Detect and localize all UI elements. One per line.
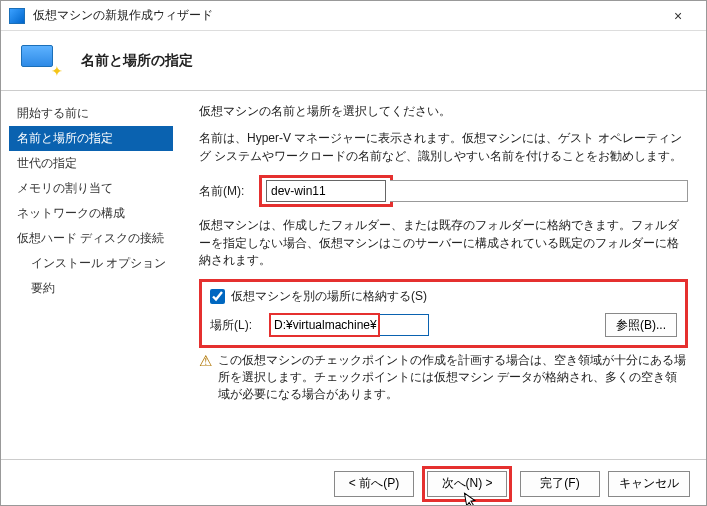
wizard-steps: 開始する前に 名前と場所の指定 世代の指定 メモリの割り当て ネットワークの構成…	[1, 91, 181, 459]
step-network[interactable]: ネットワークの構成	[17, 201, 181, 226]
finish-button[interactable]: 完了(F)	[520, 471, 600, 497]
wizard-body: 開始する前に 名前と場所の指定 世代の指定 メモリの割り当て ネットワークの構成…	[1, 91, 706, 459]
cancel-button[interactable]: キャンセル	[608, 471, 690, 497]
prev-button[interactable]: < 前へ(P)	[334, 471, 414, 497]
store-elsewhere-row: 仮想マシンを別の場所に格納する(S)	[210, 288, 677, 305]
step-summary[interactable]: 要約	[17, 276, 181, 301]
warning-icon	[199, 352, 212, 370]
app-icon	[9, 8, 25, 24]
browse-button[interactable]: 参照(B)...	[605, 313, 677, 337]
highlight-red-name	[259, 175, 393, 207]
titlebar: 仮想マシンの新規作成ウィザード ×	[1, 1, 706, 31]
step-generation[interactable]: 世代の指定	[17, 151, 181, 176]
name-input[interactable]	[266, 180, 386, 202]
wizard-icon: ✦	[21, 45, 61, 77]
name-input-ext[interactable]	[390, 180, 688, 202]
step-install-options[interactable]: インストール オプション	[17, 251, 181, 276]
location-input-wrap: D:¥virtualmachine¥	[269, 314, 601, 336]
intro-text-2: 名前は、Hyper-V マネージャーに表示されます。仮想マシンには、ゲスト オペ…	[199, 130, 688, 165]
step-vhd[interactable]: 仮想ハード ディスクの接続	[17, 226, 181, 251]
location-label: 場所(L):	[210, 317, 265, 334]
name-field-row: 名前(M):	[199, 175, 688, 207]
step-name-location[interactable]: 名前と場所の指定	[9, 126, 173, 151]
store-elsewhere-checkbox[interactable]	[210, 289, 225, 304]
next-button[interactable]: 次へ(N) >	[427, 471, 507, 497]
close-button[interactable]: ×	[658, 2, 698, 30]
intro-text-1: 仮想マシンの名前と場所を選択してください。	[199, 103, 688, 120]
highlight-red-next: 次へ(N) >	[422, 466, 512, 502]
warning-text: この仮想マシンのチェックポイントの作成を計画する場合は、空き領域が十分にある場所…	[218, 352, 688, 403]
highlight-red-location-section: 仮想マシンを別の場所に格納する(S) 場所(L): D:¥virtualmach…	[199, 279, 688, 348]
location-input[interactable]	[269, 314, 429, 336]
wizard-header: ✦ 名前と場所の指定	[1, 31, 706, 91]
store-elsewhere-label: 仮想マシンを別の場所に格納する(S)	[231, 288, 427, 305]
step-before-begin[interactable]: 開始する前に	[17, 101, 181, 126]
location-desc-text: 仮想マシンは、作成したフォルダー、または既存のフォルダーに格納できます。フォルダ…	[199, 217, 688, 269]
warning-row: この仮想マシンのチェックポイントの作成を計画する場合は、空き領域が十分にある場所…	[199, 352, 688, 403]
wizard-footer: < 前へ(P) 次へ(N) > 完了(F) キャンセル	[1, 459, 706, 506]
location-row: 場所(L): D:¥virtualmachine¥ 参照(B)...	[210, 313, 677, 337]
wizard-main: 仮想マシンの名前と場所を選択してください。 名前は、Hyper-V マネージャー…	[181, 91, 706, 459]
step-memory[interactable]: メモリの割り当て	[17, 176, 181, 201]
page-title: 名前と場所の指定	[81, 52, 193, 70]
name-label: 名前(M):	[199, 183, 259, 200]
window-title: 仮想マシンの新規作成ウィザード	[33, 7, 658, 24]
